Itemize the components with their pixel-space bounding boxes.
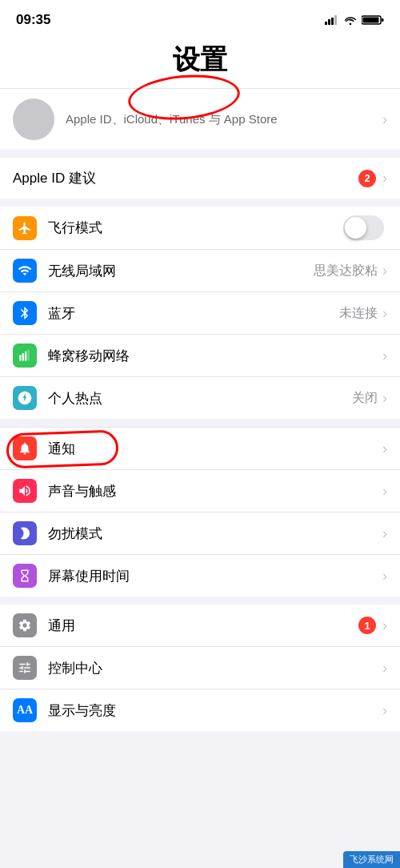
notifications-section: 通知 › 声音与触感 › 勿扰模式 › 屏幕使用时间 › — [0, 427, 400, 597]
settings-item-bluetooth[interactable]: 蓝牙 未连接 › — [0, 291, 400, 334]
notifications-icon — [18, 441, 32, 456]
wifi-label: 无线局域网 — [48, 262, 314, 280]
display-chevron: › — [382, 702, 387, 719]
hourglass-icon — [18, 569, 32, 583]
svg-rect-5 — [363, 18, 379, 23]
general-icon-wrap — [13, 613, 37, 637]
hotspot-icon-wrap — [13, 386, 37, 410]
suggestion-row[interactable]: Apple ID 建议 2 › — [0, 158, 400, 199]
apple-id-row[interactable]: Apple ID、iCloud、iTunes 与 App Store › — [0, 88, 400, 150]
dnd-chevron: › — [382, 525, 387, 542]
screentime-icon-wrap — [13, 564, 37, 588]
airplane-icon — [18, 221, 32, 235]
svg-rect-7 — [19, 355, 21, 361]
notifications-label: 通知 — [48, 440, 382, 458]
wifi-value: 思美达胶粘 — [314, 263, 378, 279]
apple-id-text: Apple ID、iCloud、iTunes 与 App Store — [66, 112, 382, 127]
cellular-label: 蜂窝移动网络 — [48, 347, 382, 365]
settings-item-controlcenter[interactable]: 控制中心 › — [0, 646, 400, 689]
suggestion-badge: 2 — [358, 170, 376, 187]
notifications-icon-wrap — [13, 436, 37, 460]
bluetooth-value: 未连接 — [339, 305, 378, 322]
sounds-icon — [18, 484, 32, 498]
settings-item-sounds[interactable]: 声音与触感 › — [0, 469, 400, 512]
general-chevron: › — [382, 617, 387, 634]
wifi-icon — [344, 15, 357, 25]
wifi-chevron: › — [382, 263, 387, 279]
connectivity-section: 飞行模式 无线局域网 思美达胶粘 › 蓝牙 未连接 › — [0, 207, 400, 419]
svg-rect-8 — [22, 353, 24, 361]
general-section: 通用 1 › 控制中心 › AA 显示与亮度 › — [0, 605, 400, 731]
svg-rect-2 — [331, 18, 334, 25]
battery-icon — [362, 14, 384, 26]
status-bar: 09:35 — [0, 0, 400, 35]
airplane-toggle-knob — [345, 217, 366, 239]
display-icon-text: AA — [17, 704, 33, 717]
bluetooth-chevron: › — [382, 305, 387, 322]
divider-4 — [0, 597, 400, 605]
general-badge: 1 — [358, 617, 376, 634]
sounds-icon-wrap — [13, 479, 37, 503]
avatar — [13, 98, 54, 140]
screentime-label: 屏幕使用时间 — [48, 567, 382, 585]
hotspot-icon — [18, 391, 32, 405]
svg-rect-1 — [328, 19, 330, 25]
settings-item-notifications[interactable]: 通知 › — [0, 427, 400, 469]
bluetooth-label: 蓝牙 — [48, 304, 339, 323]
svg-rect-6 — [382, 18, 384, 22]
airplane-label: 飞行模式 — [48, 219, 343, 237]
svg-rect-3 — [334, 15, 337, 25]
settings-item-donotdisturb[interactable]: 勿扰模式 › — [0, 512, 400, 554]
notifications-chevron: › — [382, 440, 387, 457]
status-time: 09:35 — [16, 12, 50, 28]
divider-1 — [0, 150, 400, 158]
suggestion-label: Apple ID 建议 — [13, 169, 358, 187]
settings-item-hotspot[interactable]: 个人热点 关闭 › — [0, 376, 400, 419]
screentime-chevron: › — [382, 568, 387, 585]
sounds-label: 声音与触感 — [48, 482, 382, 500]
settings-item-wifi[interactable]: 无线局域网 思美达胶粘 › — [0, 249, 400, 291]
bluetooth-icon — [18, 306, 32, 320]
cellular-chevron: › — [382, 348, 387, 364]
airplane-icon-wrap — [13, 216, 37, 240]
airplane-toggle[interactable] — [343, 215, 384, 240]
hotspot-value: 关闭 — [352, 390, 378, 407]
divider-2 — [0, 199, 400, 207]
controlcenter-chevron: › — [382, 660, 387, 677]
display-label: 显示与亮度 — [48, 701, 382, 720]
settings-item-screentime[interactable]: 屏幕使用时间 › — [0, 554, 400, 597]
settings-item-general[interactable]: 通用 1 › — [0, 605, 400, 646]
hotspot-chevron: › — [382, 390, 387, 407]
settings-item-display[interactable]: AA 显示与亮度 › — [0, 689, 400, 731]
wifi-setting-icon — [18, 263, 32, 278]
suggestion-chevron: › — [382, 170, 387, 187]
settings-item-cellular[interactable]: 蜂窝移动网络 › — [0, 334, 400, 376]
display-icon-wrap: AA — [13, 698, 37, 722]
sliders-icon — [18, 661, 32, 675]
controlcenter-icon-wrap — [13, 656, 37, 680]
settings-item-airplane[interactable]: 飞行模式 — [0, 207, 400, 249]
controlcenter-label: 控制中心 — [48, 659, 382, 677]
apple-id-chevron: › — [382, 111, 387, 128]
page-title: 设置 — [0, 42, 400, 78]
cellular-icon-wrap — [13, 344, 37, 368]
svg-rect-0 — [325, 22, 327, 25]
hotspot-label: 个人热点 — [48, 389, 352, 408]
sounds-chevron: › — [382, 483, 387, 500]
dnd-label: 勿扰模式 — [48, 524, 382, 543]
bluetooth-icon-wrap — [13, 301, 37, 325]
divider-3 — [0, 419, 400, 427]
header: 设置 — [0, 35, 400, 88]
wifi-icon-wrap — [13, 259, 37, 283]
moon-icon — [18, 526, 32, 540]
gear-icon — [18, 618, 32, 633]
general-label: 通用 — [48, 617, 358, 635]
watermark: 飞沙系统网 — [343, 851, 400, 868]
svg-rect-10 — [27, 350, 29, 361]
signal-icon — [325, 15, 339, 25]
svg-rect-9 — [25, 352, 26, 361]
cellular-icon — [18, 348, 32, 363]
status-icons — [325, 14, 384, 26]
dnd-icon-wrap — [13, 521, 37, 545]
